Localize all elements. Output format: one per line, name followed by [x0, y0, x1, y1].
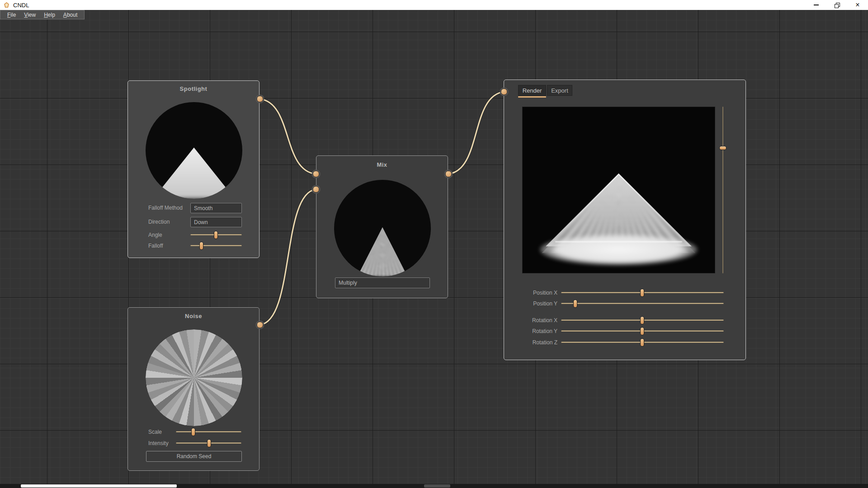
- menu-help[interactable]: Help: [40, 11, 59, 19]
- mix-input-port-1[interactable]: [313, 171, 320, 178]
- position-y-slider[interactable]: [561, 300, 724, 307]
- falloff-method-label: Falloff Method: [148, 203, 183, 213]
- slider-handle[interactable]: [640, 327, 644, 335]
- noise-preview-circle: [146, 329, 242, 426]
- slider-handle[interactable]: [640, 316, 644, 324]
- intensity-slider[interactable]: [176, 440, 241, 447]
- rotation-x-slider[interactable]: [561, 317, 724, 324]
- restore-button[interactable]: [826, 0, 847, 10]
- slider-track: [190, 245, 242, 246]
- close-icon: ×: [855, 1, 859, 9]
- app-logo-icon: [4, 2, 9, 8]
- slider-track: [561, 303, 724, 304]
- spotlight-node[interactable]: Spotlight Falloff Method Smooth Directio…: [127, 80, 259, 258]
- random-seed-button[interactable]: Random Seed: [146, 451, 242, 462]
- slider-track: [722, 107, 723, 273]
- slider-handle[interactable]: [191, 428, 195, 436]
- mix-input-port-2[interactable]: [313, 186, 320, 193]
- preview-zoom-slider[interactable]: [719, 107, 726, 273]
- rotation-y-slider[interactable]: [561, 328, 724, 335]
- falloff-label: Falloff: [148, 242, 163, 249]
- position-x-slider[interactable]: [561, 289, 724, 296]
- spotlight-output-port[interactable]: [257, 96, 264, 103]
- menu-about[interactable]: About: [59, 11, 81, 19]
- menu-view[interactable]: View: [20, 11, 40, 19]
- slider-handle[interactable]: [719, 146, 726, 150]
- render-floor-line: [555, 241, 682, 242]
- mix-output-port[interactable]: [445, 171, 452, 178]
- slider-handle[interactable]: [640, 338, 644, 347]
- mix-node[interactable]: Mix Multiply: [316, 155, 448, 298]
- render-input-port[interactable]: [501, 89, 508, 95]
- minimize-button[interactable]: [806, 0, 826, 10]
- minimize-icon: [814, 5, 819, 5]
- position-y-label: Position Y: [504, 300, 557, 307]
- angle-slider[interactable]: [190, 231, 242, 239]
- slider-track: [176, 431, 241, 432]
- render-floor-glow: [540, 234, 698, 266]
- tab-export[interactable]: Export: [547, 85, 572, 96]
- restore-icon: [835, 3, 840, 8]
- noise-preview: [146, 329, 242, 426]
- window-title: CNDL: [13, 2, 29, 9]
- rotation-x-label: Rotation X: [504, 317, 557, 324]
- mix-mode-select[interactable]: Multiply: [335, 277, 430, 288]
- render-preview: [522, 107, 715, 273]
- noise-node[interactable]: Noise Scale Intensity Random Seed: [127, 307, 259, 471]
- menubar: File View Help About: [0, 10, 85, 19]
- scrollbar-segment: [424, 484, 450, 488]
- mix-node-title: Mix: [316, 161, 448, 168]
- direction-label: Direction: [148, 217, 170, 227]
- spotlight-preview: [146, 102, 242, 199]
- menu-file[interactable]: File: [3, 11, 20, 19]
- slider-handle[interactable]: [214, 231, 218, 239]
- spotlight-node-title: Spotlight: [128, 85, 259, 92]
- horizontal-scrollbar[interactable]: [0, 484, 868, 488]
- render-panel: Render Export Position X Position Y Rota…: [504, 80, 746, 360]
- direction-select[interactable]: Down: [190, 217, 242, 227]
- spotlight-cone-graphic: [146, 102, 242, 199]
- active-tab-underline: [518, 96, 546, 98]
- angle-label: Angle: [148, 231, 162, 239]
- window-titlebar: CNDL ×: [0, 0, 868, 10]
- mix-preview: [334, 180, 431, 277]
- rotation-z-label: Rotation Z: [504, 339, 557, 346]
- close-button[interactable]: ×: [847, 0, 868, 10]
- noise-output-port[interactable]: [257, 322, 264, 328]
- mix-cone-graphic: [334, 180, 431, 277]
- position-x-label: Position X: [504, 289, 557, 296]
- app-window: Spotlight Falloff Method Smooth Directio…: [0, 0, 868, 488]
- slider-handle[interactable]: [573, 300, 577, 308]
- falloff-slider[interactable]: [190, 242, 242, 249]
- intensity-label: Intensity: [148, 440, 169, 447]
- noise-node-title: Noise: [128, 313, 259, 319]
- rotation-y-label: Rotation Y: [504, 328, 557, 335]
- falloff-method-select[interactable]: Smooth: [190, 203, 242, 213]
- scale-label: Scale: [148, 428, 162, 436]
- scrollbar-thumb[interactable]: [21, 484, 177, 488]
- tab-render[interactable]: Render: [518, 85, 546, 96]
- rotation-z-slider[interactable]: [561, 339, 724, 346]
- scale-slider[interactable]: [176, 428, 241, 436]
- slider-handle[interactable]: [640, 289, 644, 297]
- slider-handle[interactable]: [207, 439, 211, 447]
- slider-handle[interactable]: [199, 242, 203, 250]
